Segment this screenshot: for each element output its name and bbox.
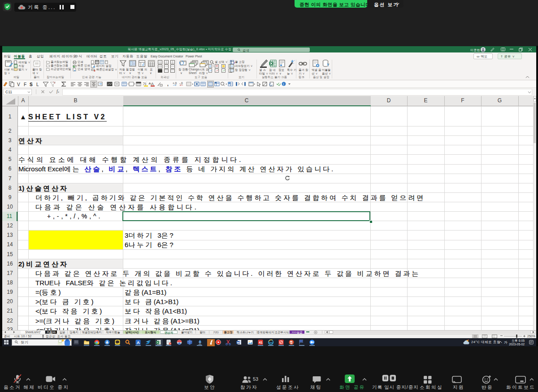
svg-text:V: V bbox=[17, 82, 20, 87]
svg-text:S: S bbox=[30, 82, 33, 87]
svg-text:-.0: -.0 bbox=[179, 82, 183, 85]
svg-text:,: , bbox=[167, 82, 169, 87]
svg-text:A: A bbox=[151, 82, 154, 86]
svg-text:L: L bbox=[36, 82, 39, 87]
svg-text:A: A bbox=[137, 340, 140, 345]
svg-text:F: F bbox=[24, 82, 26, 87]
svg-text:P: P bbox=[291, 341, 292, 344]
svg-text:´: ´ bbox=[146, 81, 147, 84]
svg-text:+.0: +.0 bbox=[173, 82, 177, 85]
svg-text:41: 41 bbox=[259, 341, 263, 344]
svg-text:W: W bbox=[237, 341, 239, 344]
